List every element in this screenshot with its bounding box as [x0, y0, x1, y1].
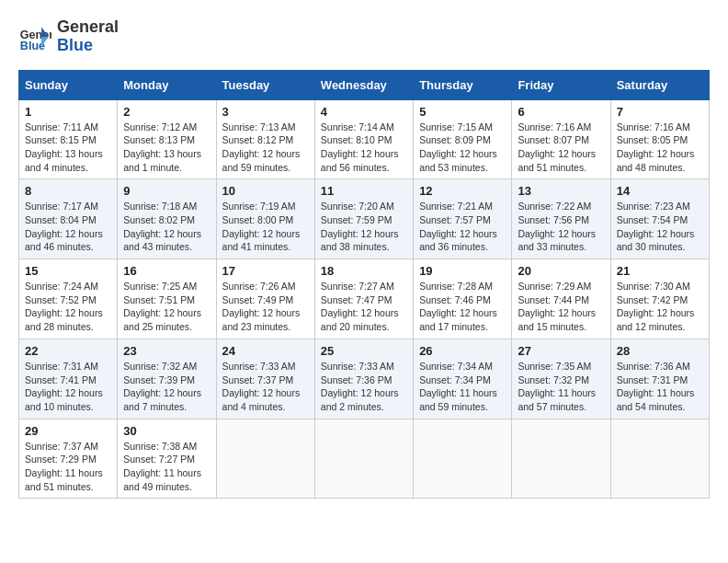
- day-info: Sunrise: 7:32 AM Sunset: 7:39 PM Dayligh…: [123, 360, 210, 414]
- day-number: 16: [123, 264, 210, 278]
- calendar-cell: 2Sunrise: 7:12 AM Sunset: 8:13 PM Daylig…: [118, 99, 216, 179]
- day-info: Sunrise: 7:30 AM Sunset: 7:42 PM Dayligh…: [617, 280, 703, 334]
- calendar-cell: 8Sunrise: 7:17 AM Sunset: 8:04 PM Daylig…: [19, 179, 118, 259]
- day-number: 25: [321, 344, 407, 358]
- day-info: Sunrise: 7:37 AM Sunset: 7:29 PM Dayligh…: [25, 440, 111, 494]
- day-number: 30: [123, 424, 210, 438]
- calendar-cell: 7Sunrise: 7:16 AM Sunset: 8:05 PM Daylig…: [610, 99, 709, 179]
- calendar-cell: [414, 419, 512, 499]
- calendar-cell: [314, 419, 413, 499]
- calendar-week-row: 29Sunrise: 7:37 AM Sunset: 7:29 PM Dayli…: [19, 419, 710, 499]
- calendar-cell: 6Sunrise: 7:16 AM Sunset: 8:07 PM Daylig…: [512, 99, 610, 179]
- day-number: 12: [419, 184, 506, 198]
- calendar-cell: [512, 419, 610, 499]
- calendar-cell: 18Sunrise: 7:27 AM Sunset: 7:47 PM Dayli…: [314, 259, 413, 339]
- column-header-tuesday: Tuesday: [216, 70, 314, 99]
- logo-icon: General Blue: [18, 20, 51, 53]
- day-number: 13: [518, 184, 604, 198]
- logo: General Blue General Blue: [18, 18, 119, 55]
- calendar-cell: 23Sunrise: 7:32 AM Sunset: 7:39 PM Dayli…: [118, 339, 216, 419]
- day-number: 26: [419, 344, 506, 358]
- calendar-cell: 4Sunrise: 7:14 AM Sunset: 8:10 PM Daylig…: [314, 99, 413, 179]
- column-header-sunday: Sunday: [19, 70, 118, 99]
- day-number: 7: [617, 105, 703, 119]
- calendar-cell: 15Sunrise: 7:24 AM Sunset: 7:52 PM Dayli…: [19, 259, 118, 339]
- calendar-cell: 29Sunrise: 7:37 AM Sunset: 7:29 PM Dayli…: [19, 419, 118, 499]
- column-header-saturday: Saturday: [610, 70, 709, 99]
- day-info: Sunrise: 7:13 AM Sunset: 8:12 PM Dayligh…: [222, 121, 309, 175]
- calendar-week-row: 1Sunrise: 7:11 AM Sunset: 8:15 PM Daylig…: [19, 99, 710, 179]
- day-info: Sunrise: 7:25 AM Sunset: 7:51 PM Dayligh…: [123, 280, 210, 334]
- calendar-cell: 24Sunrise: 7:33 AM Sunset: 7:37 PM Dayli…: [216, 339, 314, 419]
- day-number: 14: [617, 184, 703, 198]
- calendar-cell: 3Sunrise: 7:13 AM Sunset: 8:12 PM Daylig…: [216, 99, 314, 179]
- day-info: Sunrise: 7:12 AM Sunset: 8:13 PM Dayligh…: [123, 121, 210, 175]
- day-number: 2: [123, 105, 210, 119]
- day-info: Sunrise: 7:19 AM Sunset: 8:00 PM Dayligh…: [222, 200, 309, 254]
- calendar-cell: 10Sunrise: 7:19 AM Sunset: 8:00 PM Dayli…: [216, 179, 314, 259]
- day-info: Sunrise: 7:14 AM Sunset: 8:10 PM Dayligh…: [321, 121, 407, 175]
- day-info: Sunrise: 7:36 AM Sunset: 7:31 PM Dayligh…: [617, 360, 703, 414]
- day-number: 23: [123, 344, 210, 358]
- calendar-cell: 19Sunrise: 7:28 AM Sunset: 7:46 PM Dayli…: [414, 259, 512, 339]
- day-info: Sunrise: 7:33 AM Sunset: 7:37 PM Dayligh…: [222, 360, 309, 414]
- day-number: 3: [222, 105, 309, 119]
- day-info: Sunrise: 7:15 AM Sunset: 8:09 PM Dayligh…: [419, 121, 506, 175]
- day-info: Sunrise: 7:27 AM Sunset: 7:47 PM Dayligh…: [321, 280, 407, 334]
- day-info: Sunrise: 7:31 AM Sunset: 7:41 PM Dayligh…: [25, 360, 111, 414]
- day-number: 22: [25, 344, 111, 358]
- logo-text: General Blue: [57, 18, 119, 55]
- column-header-wednesday: Wednesday: [314, 70, 413, 99]
- day-number: 9: [123, 184, 210, 198]
- day-number: 17: [222, 264, 309, 278]
- calendar-week-row: 8Sunrise: 7:17 AM Sunset: 8:04 PM Daylig…: [19, 179, 710, 259]
- calendar-cell: [610, 419, 709, 499]
- calendar-week-row: 15Sunrise: 7:24 AM Sunset: 7:52 PM Dayli…: [19, 259, 710, 339]
- calendar-cell: 13Sunrise: 7:22 AM Sunset: 7:56 PM Dayli…: [512, 179, 610, 259]
- calendar-cell: 25Sunrise: 7:33 AM Sunset: 7:36 PM Dayli…: [314, 339, 413, 419]
- day-info: Sunrise: 7:29 AM Sunset: 7:44 PM Dayligh…: [518, 280, 604, 334]
- day-info: Sunrise: 7:24 AM Sunset: 7:52 PM Dayligh…: [25, 280, 111, 334]
- calendar-cell: 1Sunrise: 7:11 AM Sunset: 8:15 PM Daylig…: [19, 99, 118, 179]
- day-number: 5: [419, 105, 506, 119]
- calendar-cell: 28Sunrise: 7:36 AM Sunset: 7:31 PM Dayli…: [610, 339, 709, 419]
- calendar-cell: 20Sunrise: 7:29 AM Sunset: 7:44 PM Dayli…: [512, 259, 610, 339]
- day-number: 11: [321, 184, 407, 198]
- day-info: Sunrise: 7:35 AM Sunset: 7:32 PM Dayligh…: [518, 360, 604, 414]
- column-header-friday: Friday: [512, 70, 610, 99]
- calendar-cell: 9Sunrise: 7:18 AM Sunset: 8:02 PM Daylig…: [118, 179, 216, 259]
- day-info: Sunrise: 7:23 AM Sunset: 7:54 PM Dayligh…: [617, 200, 703, 254]
- calendar-week-row: 22Sunrise: 7:31 AM Sunset: 7:41 PM Dayli…: [19, 339, 710, 419]
- day-info: Sunrise: 7:16 AM Sunset: 8:05 PM Dayligh…: [617, 121, 703, 175]
- day-info: Sunrise: 7:34 AM Sunset: 7:34 PM Dayligh…: [419, 360, 506, 414]
- calendar-cell: 16Sunrise: 7:25 AM Sunset: 7:51 PM Dayli…: [118, 259, 216, 339]
- day-info: Sunrise: 7:28 AM Sunset: 7:46 PM Dayligh…: [419, 280, 506, 334]
- calendar-cell: 26Sunrise: 7:34 AM Sunset: 7:34 PM Dayli…: [414, 339, 512, 419]
- calendar-cell: 11Sunrise: 7:20 AM Sunset: 7:59 PM Dayli…: [314, 179, 413, 259]
- day-number: 28: [617, 344, 703, 358]
- calendar-cell: 5Sunrise: 7:15 AM Sunset: 8:09 PM Daylig…: [414, 99, 512, 179]
- day-number: 19: [419, 264, 506, 278]
- calendar-header-row: SundayMondayTuesdayWednesdayThursdayFrid…: [19, 70, 710, 99]
- calendar-cell: 17Sunrise: 7:26 AM Sunset: 7:49 PM Dayli…: [216, 259, 314, 339]
- column-header-thursday: Thursday: [414, 70, 512, 99]
- column-header-monday: Monday: [118, 70, 216, 99]
- day-info: Sunrise: 7:26 AM Sunset: 7:49 PM Dayligh…: [222, 280, 309, 334]
- calendar-cell: 21Sunrise: 7:30 AM Sunset: 7:42 PM Dayli…: [610, 259, 709, 339]
- calendar-table: SundayMondayTuesdayWednesdayThursdayFrid…: [18, 70, 710, 500]
- day-info: Sunrise: 7:17 AM Sunset: 8:04 PM Dayligh…: [25, 200, 111, 254]
- day-number: 27: [518, 344, 604, 358]
- day-info: Sunrise: 7:22 AM Sunset: 7:56 PM Dayligh…: [518, 200, 604, 254]
- day-number: 1: [25, 105, 111, 119]
- day-number: 21: [617, 264, 703, 278]
- day-number: 20: [518, 264, 604, 278]
- calendar-cell: 22Sunrise: 7:31 AM Sunset: 7:41 PM Dayli…: [19, 339, 118, 419]
- day-number: 15: [25, 264, 111, 278]
- svg-text:Blue: Blue: [20, 40, 45, 52]
- calendar-cell: [216, 419, 314, 499]
- day-info: Sunrise: 7:18 AM Sunset: 8:02 PM Dayligh…: [123, 200, 210, 254]
- day-info: Sunrise: 7:38 AM Sunset: 7:27 PM Dayligh…: [123, 440, 210, 494]
- day-number: 4: [321, 105, 407, 119]
- calendar-cell: 14Sunrise: 7:23 AM Sunset: 7:54 PM Dayli…: [610, 179, 709, 259]
- day-info: Sunrise: 7:11 AM Sunset: 8:15 PM Dayligh…: [25, 121, 111, 175]
